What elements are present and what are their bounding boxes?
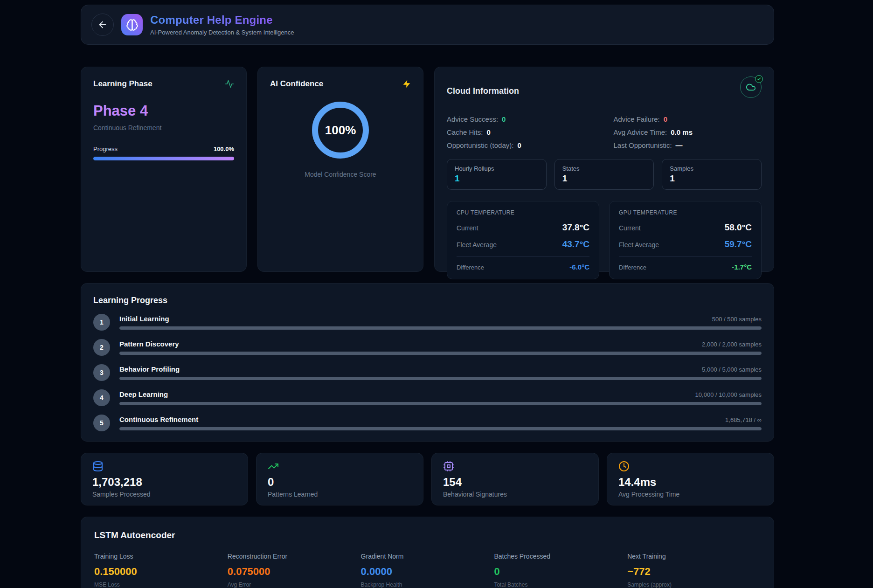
divider (619, 256, 752, 256)
lstm-metrics: Training Loss 0.150000 MSE Loss Reconstr… (94, 553, 761, 588)
metric-gradient-norm: Gradient Norm 0.0000 Backprop Health (361, 553, 494, 588)
counter-hourly-rollups: Hourly Rollups 1 (447, 159, 547, 190)
step-progress-bar (119, 326, 762, 330)
step-number-badge: 4 (93, 389, 110, 406)
progress-percent: 100.0% (214, 145, 234, 152)
phase-name: Continuous Refinement (93, 124, 234, 131)
counter-states: States 1 (554, 159, 654, 190)
app-header: Computer Help Engine AI-Powered Anomaly … (81, 5, 774, 45)
learning-phase-card: Learning Phase Phase 4 Continuous Refine… (81, 67, 247, 272)
confidence-value: 100% (325, 123, 356, 138)
learning-progress-card: Learning Progress 1 Initial Learning 500… (81, 283, 774, 442)
progress-step-5: 5 Continuous Refinement 1,685,718 / ∞ (93, 415, 762, 431)
metric-reconstruction-error: Reconstruction Error 0.075000 Avg Error (228, 553, 361, 588)
chip-icon (443, 461, 587, 472)
phase-progress-fill (93, 157, 234, 160)
step-progress-bar (119, 402, 762, 405)
step-number-badge: 3 (93, 364, 110, 381)
activity-icon (225, 79, 234, 89)
step-progress-bar (119, 377, 762, 380)
arrow-left-icon (97, 20, 108, 30)
progress-step-4: 4 Deep Learning 10,000 / 10,000 samples (93, 389, 762, 406)
cpu-current-value: 37.8°C (562, 222, 589, 233)
brain-icon (121, 14, 143, 35)
cloud-information-title: Cloud Information (447, 86, 519, 96)
step-number-badge: 1 (93, 314, 110, 331)
learning-progress-title: Learning Progress (93, 296, 762, 305)
check-badge-icon (755, 75, 763, 83)
stat-cache-hits: Cache Hits: 0 (447, 128, 595, 137)
patterns-learned-card: 0 Patterns Learned (256, 453, 423, 505)
progress-step-1: 1 Initial Learning 500 / 500 samples (93, 314, 762, 331)
cpu-diff-value: -6.0°C (569, 263, 589, 271)
stat-advice-success: Advice Success: 0 (447, 115, 595, 124)
clock-icon (618, 461, 762, 472)
step-progress-bar (119, 352, 762, 355)
lstm-title: LSTM Autoencoder (94, 530, 761, 540)
confidence-caption: Model Confidence Score (270, 171, 411, 178)
temperature-grid: CPU TEMPERATURE Current 37.8°C Fleet Ave… (447, 201, 762, 279)
dashboard-page: Computer Help Engine AI-Powered Anomaly … (81, 5, 774, 588)
progress-label: Progress (93, 145, 118, 152)
ai-confidence-card: AI Confidence 100% Model Confidence Scor… (257, 67, 423, 272)
stat-last-opportunistic: Last Opportunistic: — (614, 141, 762, 150)
progress-step-3: 3 Behavior Profiling 5,000 / 5,000 sampl… (93, 364, 762, 381)
metric-batches-processed: Batches Processed 0 Total Batches (494, 553, 627, 588)
page-title: Computer Help Engine (150, 14, 273, 27)
header-titles: Computer Help Engine AI-Powered Anomaly … (150, 14, 294, 36)
trending-up-icon (268, 461, 412, 472)
top-cards-row: Learning Phase Phase 4 Continuous Refine… (81, 67, 774, 272)
metric-training-loss: Training Loss 0.150000 MSE Loss (94, 553, 228, 588)
cpu-fleet-value: 43.7°C (562, 239, 589, 249)
behavioral-signatures-card: 154 Behavioral Signatures (431, 453, 599, 505)
gpu-diff-value: -1.7°C (732, 263, 752, 271)
gpu-fleet-value: 59.7°C (725, 239, 752, 249)
progress-step-2: 2 Pattern Discovery 2,000 / 2,000 sample… (93, 339, 762, 356)
divider (457, 256, 589, 256)
cloud-information-card: Cloud Information Advice Success: 0 Cach… (434, 67, 774, 272)
page-subtitle: AI-Powered Anomaly Detection & System In… (150, 29, 294, 36)
back-button[interactable] (91, 14, 114, 36)
step-progress-bar (119, 427, 762, 430)
gpu-current-value: 58.0°C (725, 222, 752, 233)
stat-avg-advice-time: Avg Advice Time: 0.0 ms (614, 128, 762, 137)
avg-processing-time-card: 14.4ms Avg Processing Time (607, 453, 774, 505)
metric-next-training: Next Training ~772 Samples (approx) (627, 553, 761, 588)
lstm-autoencoder-card: LSTM Autoencoder Training Loss 0.150000 … (81, 517, 774, 588)
stats-row: 1,703,218 Samples Processed 0 Patterns L… (81, 453, 774, 505)
phase-value: Phase 4 (93, 103, 234, 119)
step-number-badge: 2 (93, 339, 110, 356)
database-icon (92, 461, 236, 472)
confidence-ring: 100% (312, 102, 369, 159)
stat-opportunistic-today: Opportunistic (today): 0 (447, 141, 595, 150)
cpu-temperature-card: CPU TEMPERATURE Current 37.8°C Fleet Ave… (447, 201, 599, 279)
cloud-counters: Hourly Rollups 1 States 1 Samples 1 (447, 159, 762, 190)
learning-phase-title: Learning Phase (93, 79, 152, 89)
phase-progress-bar (93, 157, 234, 160)
stat-advice-failure: Advice Failure: 0 (614, 115, 762, 124)
lightning-icon (402, 80, 411, 88)
ai-confidence-title: AI Confidence (270, 79, 323, 89)
cloud-stats: Advice Success: 0 Cache Hits: 0 Opportun… (447, 115, 762, 150)
cloud-check-icon (740, 76, 762, 98)
samples-processed-card: 1,703,218 Samples Processed (81, 453, 248, 505)
counter-samples: Samples 1 (662, 159, 762, 190)
step-number-badge: 5 (93, 415, 110, 431)
gpu-temperature-card: GPU TEMPERATURE Current 58.0°C Fleet Ave… (609, 201, 762, 279)
